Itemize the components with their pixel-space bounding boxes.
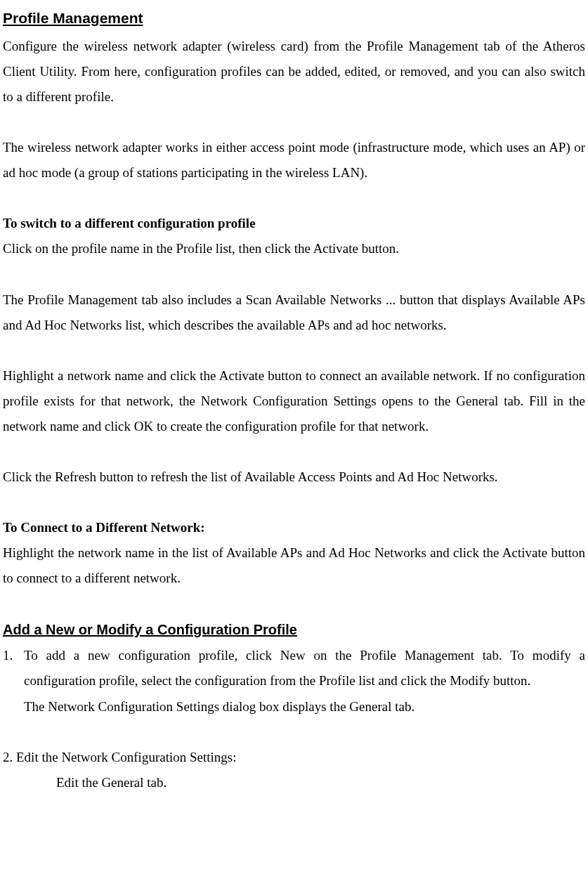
blank-line bbox=[3, 110, 585, 135]
blank-line bbox=[3, 720, 585, 745]
blank-line bbox=[3, 439, 585, 464]
list-item: 1. To add a new configuration profile, c… bbox=[3, 643, 585, 694]
list-subitem: Edit the General tab. bbox=[3, 770, 585, 795]
paragraph: Highlight the network name in the list o… bbox=[3, 540, 585, 591]
subheading-switch-profile: To switch to a different configuration p… bbox=[3, 211, 585, 236]
paragraph: Click on the profile name in the Profile… bbox=[3, 236, 585, 261]
blank-line bbox=[3, 338, 585, 363]
list-text: The Network Configuration Settings dialo… bbox=[3, 694, 585, 720]
blank-line bbox=[3, 591, 585, 616]
list-item: 2. Edit the Network Configuration Settin… bbox=[3, 745, 585, 770]
heading-add-modify-profile: Add a New or Modify a Configuration Prof… bbox=[3, 616, 585, 643]
paragraph: Configure the wireless network adapter (… bbox=[3, 34, 585, 110]
blank-line bbox=[3, 262, 585, 287]
paragraph: Click the Refresh button to refresh the … bbox=[3, 464, 585, 490]
list-marker: 1. bbox=[3, 643, 24, 694]
list-text: To add a new configuration profile, clic… bbox=[24, 643, 585, 694]
subheading-connect-network: To Connect to a Different Network: bbox=[3, 515, 585, 540]
paragraph: The Profile Management tab also includes… bbox=[3, 287, 585, 338]
paragraph: Highlight a network name and click the A… bbox=[3, 363, 585, 439]
blank-line bbox=[3, 490, 585, 515]
blank-line bbox=[3, 185, 585, 211]
paragraph: The wireless network adapter works in ei… bbox=[3, 135, 585, 185]
heading-profile-management: Profile Management bbox=[3, 4, 585, 32]
